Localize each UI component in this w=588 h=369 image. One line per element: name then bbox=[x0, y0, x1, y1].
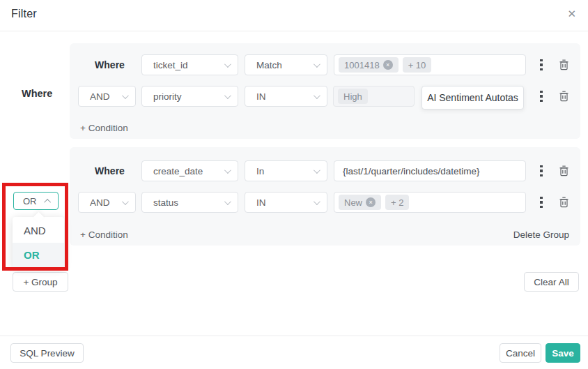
trash-icon[interactable] bbox=[557, 192, 571, 213]
value-input[interactable]: High bbox=[333, 86, 415, 107]
operator-select[interactable]: In bbox=[245, 160, 327, 181]
value-text: {last/1/quarter/includes/datetime} bbox=[339, 166, 480, 176]
row-join-label: Where bbox=[84, 54, 136, 75]
logic-select[interactable]: AND bbox=[78, 192, 136, 213]
select-value: priority bbox=[153, 91, 182, 102]
kebab-menu-icon[interactable] bbox=[534, 54, 548, 75]
header-divider bbox=[0, 31, 588, 31]
select-value: IN bbox=[256, 197, 266, 208]
tag-label: High bbox=[343, 91, 362, 102]
chevron-down-icon bbox=[314, 198, 320, 205]
menu-option-or[interactable]: OR bbox=[13, 243, 64, 267]
kebab-menu-icon[interactable] bbox=[534, 160, 548, 181]
field-select[interactable]: ticket_id bbox=[141, 54, 238, 75]
value-tag-more: + 2 bbox=[385, 195, 409, 210]
operator-select[interactable]: IN bbox=[245, 86, 327, 107]
value-input[interactable]: 1001418 × + 10 bbox=[334, 54, 526, 75]
delete-group-button[interactable]: Delete Group bbox=[513, 229, 569, 240]
select-value: status bbox=[153, 197, 178, 208]
value-tag: New × bbox=[339, 195, 381, 210]
trash-icon[interactable] bbox=[557, 160, 571, 181]
select-value: Match bbox=[256, 60, 282, 70]
chevron-down-icon bbox=[122, 198, 129, 205]
tag-label: + 2 bbox=[391, 197, 403, 208]
value-tag-more: + 10 bbox=[403, 57, 432, 73]
remove-tag-icon[interactable]: × bbox=[383, 60, 393, 70]
clear-all-button[interactable]: Clear All bbox=[524, 272, 579, 292]
group-logic-dropdown[interactable]: OR bbox=[13, 192, 59, 210]
chevron-down-icon bbox=[122, 92, 129, 99]
tag-label: New bbox=[344, 197, 362, 208]
save-button[interactable]: Save bbox=[546, 343, 580, 363]
value-tag: 1001418 × bbox=[339, 57, 399, 73]
kebab-menu-icon[interactable] bbox=[534, 192, 548, 213]
footer-divider bbox=[0, 336, 588, 336]
kebab-menu-icon[interactable] bbox=[534, 86, 548, 107]
chevron-down-icon bbox=[314, 92, 320, 99]
add-condition-button[interactable]: + Condition bbox=[80, 229, 128, 240]
add-condition-button[interactable]: + Condition bbox=[80, 123, 128, 133]
tag-label: 1001418 bbox=[344, 60, 380, 70]
chevron-down-icon bbox=[224, 61, 231, 68]
filter-group-1: Where ticket_id Match 1001418 × + 10 bbox=[70, 43, 580, 139]
filter-group-2: Where create_date In {last/1/quarter/inc… bbox=[70, 147, 580, 246]
select-value: IN bbox=[256, 91, 266, 102]
field-select[interactable]: priority bbox=[141, 86, 238, 107]
select-value: OR bbox=[23, 196, 37, 206]
chevron-down-icon bbox=[224, 92, 231, 99]
select-value: AND bbox=[90, 91, 110, 102]
field-select[interactable]: create_date bbox=[141, 160, 238, 181]
sql-preview-button[interactable]: SQL Preview bbox=[10, 343, 84, 363]
trash-icon[interactable] bbox=[557, 86, 571, 107]
chevron-down-icon bbox=[314, 61, 320, 68]
tag-label: + 10 bbox=[408, 60, 426, 70]
remove-tag-icon[interactable]: × bbox=[366, 197, 376, 207]
operator-select[interactable]: Match bbox=[245, 54, 327, 75]
chevron-up-icon bbox=[44, 198, 51, 205]
page-title: Filter bbox=[11, 8, 37, 20]
chevron-down-icon bbox=[224, 198, 231, 205]
close-icon[interactable]: ✕ bbox=[567, 8, 576, 20]
value-input[interactable]: New × + 2 bbox=[334, 192, 526, 213]
outer-where-label: Where bbox=[22, 88, 52, 99]
value-input[interactable]: {last/1/quarter/includes/datetime} bbox=[334, 160, 526, 181]
logic-dropdown-menu: AND OR bbox=[13, 217, 64, 268]
chevron-down-icon bbox=[314, 167, 320, 174]
trash-icon[interactable] bbox=[557, 54, 571, 75]
cancel-button[interactable]: Cancel bbox=[500, 343, 541, 363]
operator-select[interactable]: IN bbox=[245, 192, 327, 213]
suggestion-popup[interactable]: AI Sentiment Autotas bbox=[421, 86, 524, 110]
logic-select[interactable]: AND bbox=[78, 86, 136, 107]
field-select[interactable]: status bbox=[141, 192, 238, 213]
value-tag: High bbox=[338, 89, 368, 104]
chevron-down-icon bbox=[224, 167, 231, 174]
add-group-button[interactable]: + Group bbox=[13, 272, 68, 292]
row-join-label: Where bbox=[84, 160, 136, 181]
select-value: ticket_id bbox=[153, 60, 188, 70]
select-value: create_date bbox=[153, 166, 203, 176]
select-value: AND bbox=[90, 197, 110, 208]
select-value: In bbox=[256, 166, 264, 176]
